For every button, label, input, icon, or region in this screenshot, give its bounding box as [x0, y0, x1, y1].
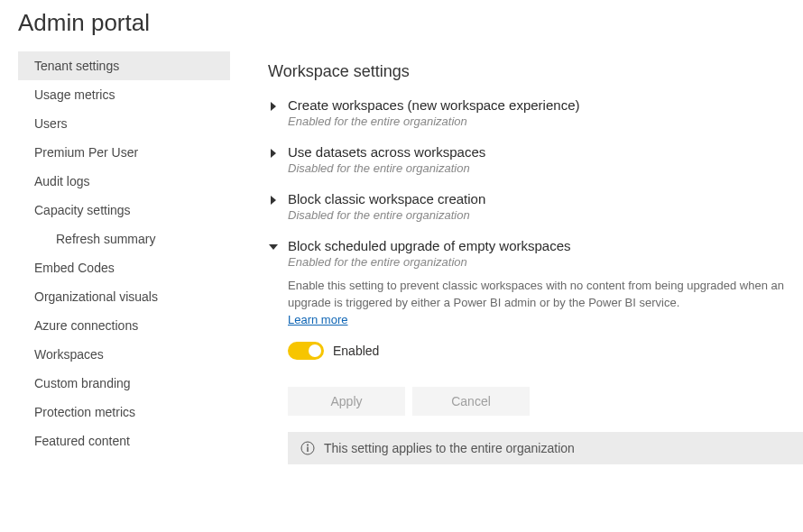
setting-header[interactable]: Block scheduled upgrade of empty workspa… — [268, 238, 803, 269]
chevron-right-icon[interactable] — [268, 195, 279, 206]
setting-body: Enable this setting to prevent classic w… — [268, 278, 803, 360]
sidebar-item-premium-per-user[interactable]: Premium Per User — [18, 138, 230, 167]
enabled-toggle[interactable] — [288, 342, 324, 360]
sidebar-item-label: Custom branding — [34, 376, 131, 390]
setting-title: Create workspaces (new workspace experie… — [288, 97, 579, 113]
toggle-row: Enabled — [288, 342, 803, 360]
sidebar-item-protection-metrics[interactable]: Protection metrics — [18, 398, 230, 427]
svg-point-1 — [307, 444, 309, 445]
sidebar-item-label: Premium Per User — [34, 145, 138, 160]
setting-title: Block scheduled upgrade of empty workspa… — [288, 238, 571, 253]
sidebar-item-label: Users — [34, 116, 68, 131]
sidebar-item-label: Azure connections — [34, 318, 138, 333]
sidebar-item-label: Audit logs — [34, 174, 89, 188]
chevron-right-icon[interactable] — [268, 148, 279, 159]
sidebar-item-usage-metrics[interactable]: Usage metrics — [18, 80, 230, 109]
sidebar-item-azure-connections[interactable]: Azure connections — [18, 311, 230, 340]
setting-header[interactable]: Use datasets across workspaces Disabled … — [268, 144, 803, 175]
apply-button[interactable]: Apply — [288, 387, 405, 416]
sidebar-item-label: Usage metrics — [34, 87, 115, 102]
setting-block-classic-workspace-creation: Block classic workspace creation Disable… — [268, 191, 803, 222]
setting-status: Enabled for the entire organization — [288, 255, 571, 269]
sidebar-item-embed-codes[interactable]: Embed Codes — [18, 253, 230, 282]
setting-use-datasets-across-workspaces: Use datasets across workspaces Disabled … — [268, 144, 803, 175]
page-title: Admin portal — [0, 0, 803, 51]
setting-status: Disabled for the entire organization — [288, 208, 485, 222]
sidebar-item-custom-branding[interactable]: Custom branding — [18, 369, 230, 398]
setting-header[interactable]: Create workspaces (new workspace experie… — [268, 97, 803, 128]
notice-bar: This setting applies to the entire organ… — [288, 432, 803, 464]
sidebar-item-refresh-summary[interactable]: Refresh summary — [18, 225, 230, 253]
sidebar-item-label: Workspaces — [34, 347, 104, 362]
sidebar-item-label: Protection metrics — [34, 405, 135, 419]
setting-status: Enabled for the entire organization — [288, 115, 579, 128]
sidebar-item-label: Refresh summary — [56, 232, 155, 246]
sidebar-item-users[interactable]: Users — [18, 109, 230, 138]
action-row: Apply Cancel — [268, 387, 803, 416]
toggle-label: Enabled — [333, 344, 379, 358]
sidebar-item-capacity-settings[interactable]: Capacity settings — [18, 196, 230, 225]
svg-rect-2 — [307, 446, 308, 452]
sidebar-item-workspaces[interactable]: Workspaces — [18, 340, 230, 369]
sidebar-item-label: Capacity settings — [34, 203, 131, 217]
sidebar-item-tenant-settings[interactable]: Tenant settings — [18, 51, 230, 80]
sidebar-item-label: Featured content — [34, 434, 130, 448]
sidebar-item-organizational-visuals[interactable]: Organizational visuals — [18, 282, 230, 311]
section-heading: Workspace settings — [268, 62, 803, 81]
sidebar-item-label: Organizational visuals — [34, 289, 158, 304]
sidebar-item-audit-logs[interactable]: Audit logs — [18, 167, 230, 196]
setting-block-scheduled-upgrade: Block scheduled upgrade of empty workspa… — [268, 238, 803, 360]
cancel-button[interactable]: Cancel — [412, 387, 530, 416]
setting-status: Disabled for the entire organization — [288, 161, 485, 175]
setting-title: Block classic workspace creation — [288, 191, 485, 206]
sidebar-item-label: Tenant settings — [34, 59, 119, 73]
setting-create-workspaces: Create workspaces (new workspace experie… — [268, 97, 803, 128]
sidebar: Tenant settings Usage metrics Users Prem… — [18, 51, 230, 464]
sidebar-item-label: Embed Codes — [34, 261, 115, 275]
setting-header[interactable]: Block classic workspace creation Disable… — [268, 191, 803, 222]
setting-description: Enable this setting to prevent classic w… — [288, 279, 784, 309]
info-icon — [300, 441, 315, 455]
sidebar-item-featured-content[interactable]: Featured content — [18, 427, 230, 455]
learn-more-link[interactable]: Learn more — [288, 313, 347, 326]
notice-text: This setting applies to the entire organ… — [324, 441, 575, 455]
content-panel: Workspace settings Create workspaces (ne… — [230, 51, 803, 464]
chevron-right-icon[interactable] — [268, 101, 279, 112]
setting-title: Use datasets across workspaces — [288, 144, 485, 160]
chevron-down-icon[interactable] — [268, 242, 279, 252]
